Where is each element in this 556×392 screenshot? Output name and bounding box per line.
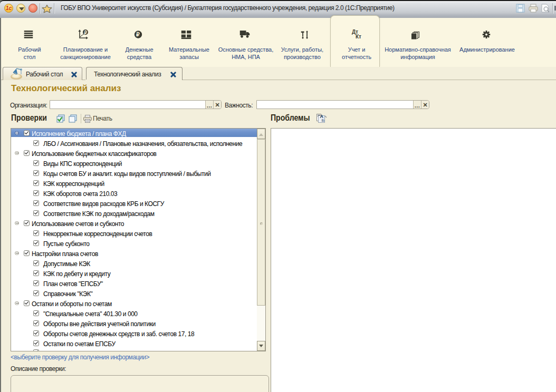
svg-text:₽: ₽ — [84, 30, 87, 35]
svg-text:Б: Б — [322, 118, 325, 123]
svg-text:₽: ₽ — [136, 31, 140, 37]
